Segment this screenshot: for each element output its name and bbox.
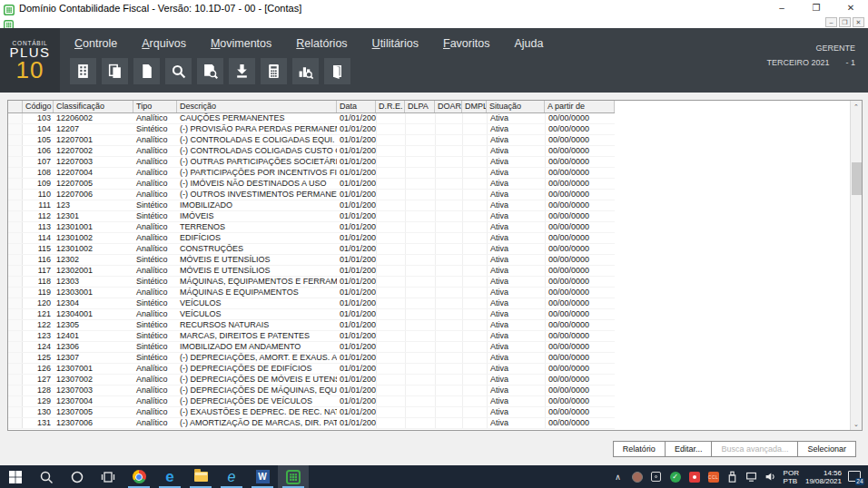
menu-item-relatorios[interactable]: Relatórios bbox=[296, 37, 347, 50]
minimize-button[interactable]: – bbox=[764, 0, 799, 15]
vertical-scrollbar[interactable]: ⌃ ⌄ bbox=[850, 101, 862, 430]
taskbar-clock[interactable]: 14:56 19/08/2021 bbox=[805, 469, 842, 485]
column-header-codigo[interactable]: Código bbox=[23, 101, 54, 112]
taskbar-start-icon[interactable] bbox=[0, 465, 31, 488]
tray-usb-icon[interactable] bbox=[726, 471, 739, 483]
selecionar-button[interactable]: Selecionar bbox=[797, 441, 856, 457]
toolbar-company-icon[interactable] bbox=[70, 58, 96, 84]
cell: Analítico bbox=[133, 418, 177, 428]
table-row[interactable]: 11812303SintéticoMÁQUINAS, EQUIPAMENTOS … bbox=[8, 277, 615, 288]
table-row[interactable]: 12912307004Analítico(-) DEPRECIAÇÕES DE … bbox=[8, 396, 615, 407]
scroll-up-arrow-icon[interactable]: ⌃ bbox=[851, 101, 862, 112]
relatorio-button[interactable]: Relatório bbox=[613, 441, 666, 457]
table-row[interactable]: 11012207006Analítico(-) OUTROS INVESTIME… bbox=[8, 190, 615, 200]
table-row[interactable]: 12612307001Analítico(-) DEPRECIAÇÕES DE … bbox=[8, 364, 615, 375]
column-header-apartirde[interactable]: A partir de bbox=[545, 101, 615, 112]
menu-item-controle[interactable]: Controle bbox=[74, 37, 117, 50]
table-row[interactable]: 12812307003Analítico(-) DEPRECIAÇÕES DE … bbox=[8, 386, 615, 396]
toolbar-calculator-icon[interactable] bbox=[261, 58, 287, 84]
table-row[interactable]: 11512301002AnalíticoCONSTRUÇÕES01/01/200… bbox=[8, 244, 615, 255]
toolbar-import-icon[interactable] bbox=[229, 58, 255, 84]
cell: 01/01/2005 bbox=[337, 386, 376, 395]
table-row[interactable]: 12012304SintéticoVEÍCULOS01/01/2005Ativa… bbox=[8, 298, 615, 309]
taskbar-chrome-icon[interactable] bbox=[123, 465, 154, 488]
tray-record-icon[interactable] bbox=[688, 471, 701, 483]
cell: Analítico bbox=[133, 364, 177, 374]
column-header-situacao[interactable]: Situação bbox=[487, 101, 545, 112]
cell: Sintético bbox=[133, 277, 177, 287]
table-row[interactable]: 11712302001AnalíticoMÓVEIS E UTENSÍLIOS0… bbox=[8, 266, 615, 277]
table-row[interactable]: 10712207003Analítico(-) OUTRAS PARTICIPA… bbox=[8, 157, 615, 168]
menu-item-utilitarios[interactable]: Utilitários bbox=[372, 37, 419, 50]
table-row[interactable]: 13112307006Analítico(-) AMORTIZAÇÃO DE M… bbox=[8, 418, 615, 429]
table-row[interactable]: 10412207Sintético(-) PROVISÃO PARA PERDA… bbox=[8, 124, 615, 135]
toolbar-new-document-icon[interactable] bbox=[133, 58, 160, 84]
scroll-down-arrow-icon[interactable]: ⌄ bbox=[851, 418, 862, 430]
column-header-dlpa[interactable]: DLPA bbox=[405, 101, 435, 112]
taskbar-file-explorer-icon[interactable] bbox=[185, 465, 216, 488]
taskbar-cortana-icon[interactable] bbox=[62, 465, 93, 488]
table-row[interactable]: 12312401SintéticoMARCAS, DIREITOS E PATE… bbox=[8, 331, 615, 342]
table-row[interactable]: 10312206002AnalíticoCAUÇÕES PERMANENTES0… bbox=[8, 113, 615, 124]
table-row[interactable]: 13012307005Analítico(-) EXAUSTÕES E DEPR… bbox=[8, 407, 615, 418]
column-header-descricao[interactable]: Descrição bbox=[177, 101, 337, 112]
table-row[interactable]: 12712307002Analítico(-) DEPRECIAÇÕES DE … bbox=[8, 375, 615, 386]
column-header-dmpl[interactable]: DMPL bbox=[462, 101, 487, 112]
menu-item-movimentos[interactable]: Movimentos bbox=[211, 37, 271, 50]
cell bbox=[405, 288, 435, 298]
mdi-restore-button[interactable]: ❐ bbox=[839, 17, 851, 27]
table-row[interactable]: 10512207001Analítico(-) CONTROLADAS E CO… bbox=[8, 135, 615, 146]
column-header-doar[interactable]: DOAR bbox=[435, 101, 462, 112]
tray-chevron-up-icon[interactable]: ∧ bbox=[612, 471, 625, 483]
mdi-minimize-button[interactable]: – bbox=[825, 17, 837, 27]
table-row[interactable]: 12412306SintéticoIMOBILIZADO EM ANDAMENT… bbox=[8, 342, 615, 353]
table-row[interactable]: 12212305SintéticoRECURSOS NATURAIS01/01/… bbox=[8, 320, 615, 331]
table-row[interactable]: 11212301SintéticoIMÓVEIS01/01/2005Ativa0… bbox=[8, 211, 615, 222]
toolbar-exit-icon[interactable] bbox=[324, 58, 350, 84]
tray-clipboard-icon[interactable] bbox=[650, 471, 663, 483]
table-row[interactable]: 11612302SintéticoMÓVEIS E UTENSÍLIOS01/0… bbox=[8, 255, 615, 266]
action-center-icon[interactable]: 24 bbox=[848, 471, 863, 483]
table-row[interactable]: 12512307Sintético(-) DEPRECIAÇÕES, AMORT… bbox=[8, 353, 615, 364]
menu-item-arquivos[interactable]: Arquivos bbox=[142, 37, 186, 50]
column-header-dre[interactable]: D.R.E. bbox=[376, 101, 405, 112]
table-row[interactable]: 12112304001AnalíticoVEÍCULOS01/01/2005At… bbox=[8, 309, 615, 320]
tray-avatar-icon[interactable] bbox=[631, 471, 644, 483]
column-header-data[interactable]: Data bbox=[337, 101, 376, 112]
taskbar-word-icon[interactable]: W bbox=[247, 465, 278, 488]
column-header-tipo[interactable]: Tipo bbox=[133, 101, 177, 112]
column-header-gutter[interactable] bbox=[8, 101, 23, 112]
toolbar-preview-document-icon[interactable] bbox=[197, 58, 223, 84]
toolbar-search-icon[interactable] bbox=[165, 58, 192, 84]
taskbar-dominio-app-icon[interactable] bbox=[278, 465, 309, 488]
column-header-classificacao[interactable]: Classificação bbox=[54, 101, 133, 112]
table-row[interactable]: 111123SintéticoIMOBILIZADO01/01/2005Ativ… bbox=[8, 200, 615, 211]
close-button[interactable]: ✕ bbox=[833, 0, 868, 15]
language-indicator[interactable]: POR PTB bbox=[784, 469, 799, 485]
taskbar-edge-icon[interactable]: e bbox=[154, 465, 185, 488]
menu-item-ajuda[interactable]: Ajuda bbox=[514, 37, 543, 50]
table-row[interactable]: 11912303001AnalíticoMÁQUINAS E EQUIPAMEN… bbox=[8, 288, 615, 298]
mdi-close-button[interactable]: ✕ bbox=[853, 17, 864, 27]
tray-antivirus-check-icon[interactable]: ✓ bbox=[669, 471, 682, 483]
taskbar-internet-explorer-icon[interactable]: e bbox=[216, 465, 247, 488]
menu-item-favoritos[interactable]: Favoritos bbox=[443, 37, 489, 50]
tray-orange-app-icon[interactable]: CCL bbox=[707, 471, 720, 483]
editar-button[interactable]: Editar... bbox=[665, 441, 713, 457]
taskbar-task-view-icon[interactable] bbox=[93, 465, 123, 488]
tray-volume-icon[interactable] bbox=[764, 471, 777, 483]
tray-network-icon[interactable] bbox=[745, 471, 758, 483]
toolbar-chart-search-icon[interactable] bbox=[292, 58, 319, 84]
table-row[interactable]: 10912207005Analítico(-) IMÓVEIS NÃO DEST… bbox=[8, 179, 615, 190]
table-row[interactable]: 10612207002Analítico(-) CONTROLADAS COLI… bbox=[8, 146, 615, 157]
taskbar-taskbar-search-icon[interactable] bbox=[31, 465, 62, 488]
table-row[interactable]: 11312301001AnalíticoTERRENOS01/01/2005At… bbox=[8, 222, 615, 233]
toolbar-copy-icon[interactable] bbox=[102, 58, 128, 84]
restore-button[interactable]: ❐ bbox=[799, 0, 833, 15]
cell: 105 bbox=[23, 135, 54, 145]
windows-taskbar: eeW ∧✓CCL POR PTB 14:56 19/08/2021 24 bbox=[0, 465, 868, 488]
table-row[interactable]: 11412301002AnalíticoEDIFÍCIOS01/01/2005A… bbox=[8, 233, 615, 244]
scrollbar-thumb[interactable] bbox=[852, 162, 862, 195]
cell bbox=[376, 331, 405, 341]
table-row[interactable]: 10812207004Analítico(-) PARTICIPAÇÕES PO… bbox=[8, 168, 615, 179]
